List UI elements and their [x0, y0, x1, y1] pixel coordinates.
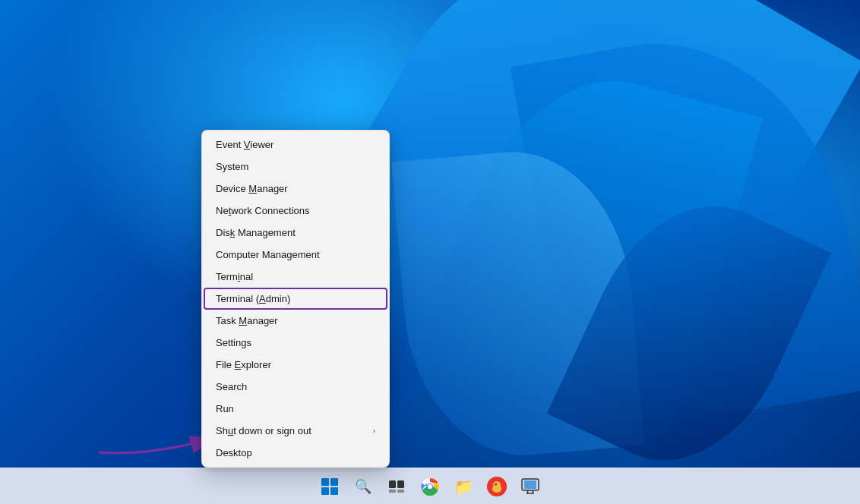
menu-item-network-connections[interactable]: Network Connections	[204, 200, 387, 222]
menu-item-label-network-connections: Network Connections	[216, 205, 375, 216]
menu-item-label-task-manager: Task Manager	[216, 315, 375, 326]
menu-item-computer-management[interactable]: Computer Management	[204, 244, 387, 266]
svg-rect-1	[389, 480, 396, 488]
menu-item-terminal-admin[interactable]: Terminal (Admin)	[204, 288, 387, 310]
taskbar-fileexplorer-button[interactable]: 📁	[448, 471, 479, 502]
menu-item-arrow-shut-down: ›	[373, 427, 375, 435]
menu-item-label-desktop: Desktop	[216, 447, 375, 458]
menu-item-label-settings: Settings	[216, 337, 375, 348]
menu-item-system[interactable]: System	[204, 156, 387, 178]
taskbar-duck-button[interactable]	[482, 471, 512, 502]
menu-item-desktop[interactable]: Desktop	[204, 442, 387, 464]
start-button[interactable]	[315, 471, 345, 502]
menu-item-terminal[interactable]: Terminal	[204, 266, 387, 288]
taskbar: 🔍	[0, 468, 860, 504]
desktop: Event ViewerSystemDevice ManagerNetwork …	[0, 0, 860, 504]
svg-rect-14	[524, 480, 536, 489]
chrome-icon	[421, 477, 439, 496]
menu-item-search[interactable]: Search	[204, 376, 387, 398]
menu-item-label-shut-down: Shut down or sign out	[216, 425, 373, 436]
menu-item-device-manager[interactable]: Device Manager	[204, 178, 387, 200]
monitor-icon	[521, 478, 539, 495]
menu-item-run[interactable]: Run	[204, 398, 387, 420]
svg-point-10	[493, 481, 501, 489]
menu-item-label-disk-management: Disk Management	[216, 227, 375, 238]
menu-item-label-terminal: Terminal	[216, 271, 375, 282]
duck-icon	[487, 477, 507, 496]
taskbar-icons: 🔍	[315, 471, 545, 502]
menu-item-label-computer-management: Computer Management	[216, 249, 375, 260]
svg-rect-3	[389, 490, 396, 493]
menu-item-label-search: Search	[216, 381, 375, 392]
taskbar-chrome-button[interactable]	[415, 471, 445, 502]
menu-item-task-manager[interactable]: Task Manager	[204, 310, 387, 332]
taskbar-taskview-button[interactable]	[381, 471, 412, 502]
context-menu: Event ViewerSystemDevice ManagerNetwork …	[201, 130, 390, 468]
svg-rect-4	[397, 490, 404, 493]
search-icon: 🔍	[355, 478, 372, 495]
svg-rect-2	[397, 480, 404, 488]
menu-item-event-viewer[interactable]: Event Viewer	[204, 134, 387, 156]
menu-item-label-system: System	[216, 161, 375, 172]
svg-point-12	[495, 484, 496, 484]
windows-logo-icon	[321, 478, 338, 495]
menu-item-disk-management[interactable]: Disk Management	[204, 222, 387, 244]
taskbar-monitor-button[interactable]	[515, 471, 545, 502]
menu-item-settings[interactable]: Settings	[204, 332, 387, 354]
folder-icon: 📁	[454, 477, 473, 496]
menu-item-label-file-explorer: File Explorer	[216, 359, 375, 370]
menu-item-shut-down[interactable]: Shut down or sign out›	[204, 420, 387, 442]
menu-item-label-event-viewer: Event Viewer	[216, 139, 375, 150]
menu-item-file-explorer[interactable]: File Explorer	[204, 354, 387, 376]
svg-point-7	[428, 484, 432, 489]
taskview-icon	[389, 480, 404, 493]
menu-item-label-device-manager: Device Manager	[216, 183, 375, 194]
taskbar-search-button[interactable]: 🔍	[348, 471, 378, 502]
menu-item-label-terminal-admin: Terminal (Admin)	[216, 293, 375, 304]
menu-item-label-run: Run	[216, 403, 375, 414]
